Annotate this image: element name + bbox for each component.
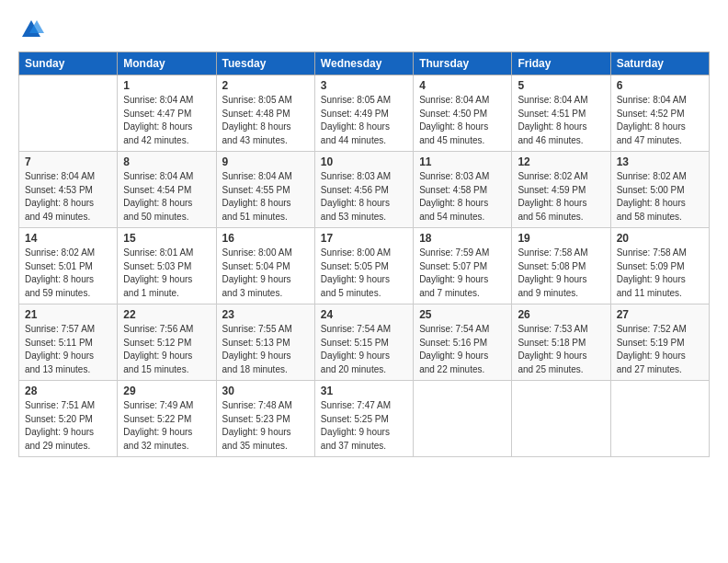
day-info: Sunrise: 7:57 AM Sunset: 5:11 PM Dayligh… — [25, 323, 111, 376]
week-row-1: 1Sunrise: 8:04 AM Sunset: 4:47 PM Daylig… — [19, 75, 710, 152]
day-info: Sunrise: 7:58 AM Sunset: 5:09 PM Dayligh… — [617, 247, 703, 300]
day-number: 12 — [518, 155, 604, 168]
day-info: Sunrise: 8:01 AM Sunset: 5:03 PM Dayligh… — [123, 247, 210, 300]
day-info: Sunrise: 8:04 AM Sunset: 4:47 PM Dayligh… — [123, 94, 210, 147]
day-number: 19 — [518, 232, 604, 245]
day-cell: 8Sunrise: 8:04 AM Sunset: 4:54 PM Daylig… — [118, 152, 216, 228]
day-cell: 23Sunrise: 7:55 AM Sunset: 5:13 PM Dayli… — [216, 304, 314, 381]
day-number: 13 — [617, 155, 703, 168]
day-cell: 3Sunrise: 8:05 AM Sunset: 4:49 PM Daylig… — [314, 75, 413, 152]
day-number: 5 — [518, 79, 604, 92]
day-cell: 26Sunrise: 7:53 AM Sunset: 5:18 PM Dayli… — [512, 304, 610, 381]
day-info: Sunrise: 8:04 AM Sunset: 4:52 PM Dayligh… — [617, 94, 703, 147]
day-number: 23 — [222, 308, 309, 321]
day-info: Sunrise: 7:52 AM Sunset: 5:19 PM Dayligh… — [617, 323, 703, 376]
day-cell: 13Sunrise: 8:02 AM Sunset: 5:00 PM Dayli… — [610, 152, 709, 228]
day-number: 27 — [617, 308, 703, 321]
day-cell: 25Sunrise: 7:54 AM Sunset: 5:16 PM Dayli… — [414, 304, 512, 381]
day-cell: 31Sunrise: 7:47 AM Sunset: 5:25 PM Dayli… — [314, 381, 413, 457]
day-number: 29 — [123, 385, 210, 397]
day-info: Sunrise: 7:56 AM Sunset: 5:12 PM Dayligh… — [123, 323, 210, 376]
day-info: Sunrise: 8:03 AM Sunset: 4:56 PM Dayligh… — [321, 170, 407, 224]
day-cell: 28Sunrise: 7:51 AM Sunset: 5:20 PM Dayli… — [19, 381, 118, 457]
day-info: Sunrise: 8:04 AM Sunset: 4:53 PM Dayligh… — [25, 170, 111, 224]
day-info: Sunrise: 7:47 AM Sunset: 5:25 PM Dayligh… — [321, 399, 407, 453]
day-number: 3 — [321, 79, 407, 92]
day-number: 26 — [518, 308, 604, 321]
day-cell: 6Sunrise: 8:04 AM Sunset: 4:52 PM Daylig… — [610, 75, 709, 152]
day-cell — [610, 381, 709, 457]
day-info: Sunrise: 7:48 AM Sunset: 5:23 PM Dayligh… — [222, 399, 309, 453]
day-number: 14 — [25, 232, 111, 245]
day-number: 21 — [25, 308, 111, 321]
day-info: Sunrise: 8:04 AM Sunset: 4:54 PM Dayligh… — [123, 170, 210, 224]
day-info: Sunrise: 7:58 AM Sunset: 5:08 PM Dayligh… — [518, 247, 604, 300]
day-number: 9 — [222, 155, 309, 168]
day-cell: 16Sunrise: 8:00 AM Sunset: 5:04 PM Dayli… — [216, 228, 314, 304]
day-number: 24 — [321, 308, 407, 321]
day-cell: 20Sunrise: 7:58 AM Sunset: 5:09 PM Dayli… — [610, 228, 709, 304]
day-cell: 4Sunrise: 8:04 AM Sunset: 4:50 PM Daylig… — [414, 75, 512, 152]
day-cell: 24Sunrise: 7:54 AM Sunset: 5:15 PM Dayli… — [314, 304, 413, 381]
day-info: Sunrise: 8:00 AM Sunset: 5:04 PM Dayligh… — [222, 247, 309, 300]
day-info: Sunrise: 7:54 AM Sunset: 5:15 PM Dayligh… — [321, 323, 407, 376]
col-header-saturday: Saturday — [610, 52, 709, 75]
day-info: Sunrise: 8:04 AM Sunset: 4:51 PM Dayligh… — [518, 94, 604, 147]
page: SundayMondayTuesdayWednesdayThursdayFrid… — [0, 0, 728, 468]
day-cell: 9Sunrise: 8:04 AM Sunset: 4:55 PM Daylig… — [216, 152, 314, 228]
day-info: Sunrise: 7:49 AM Sunset: 5:22 PM Dayligh… — [123, 399, 210, 453]
day-cell: 17Sunrise: 8:00 AM Sunset: 5:05 PM Dayli… — [314, 228, 413, 304]
col-header-wednesday: Wednesday — [314, 52, 413, 75]
day-cell: 10Sunrise: 8:03 AM Sunset: 4:56 PM Dayli… — [314, 152, 413, 228]
week-row-5: 28Sunrise: 7:51 AM Sunset: 5:20 PM Dayli… — [19, 381, 710, 457]
day-number: 30 — [222, 385, 309, 397]
day-info: Sunrise: 8:03 AM Sunset: 4:58 PM Dayligh… — [419, 170, 506, 224]
day-cell: 19Sunrise: 7:58 AM Sunset: 5:08 PM Dayli… — [512, 228, 610, 304]
day-number: 18 — [419, 232, 506, 245]
header-row: SundayMondayTuesdayWednesdayThursdayFrid… — [19, 52, 710, 75]
day-number: 25 — [419, 308, 506, 321]
day-cell: 12Sunrise: 8:02 AM Sunset: 4:59 PM Dayli… — [512, 152, 610, 228]
day-number: 2 — [222, 79, 309, 92]
calendar-table: SundayMondayTuesdayWednesdayThursdayFrid… — [18, 52, 710, 457]
day-number: 11 — [419, 155, 506, 168]
day-info: Sunrise: 7:53 AM Sunset: 5:18 PM Dayligh… — [518, 323, 604, 376]
day-info: Sunrise: 8:02 AM Sunset: 5:00 PM Dayligh… — [617, 170, 703, 224]
day-number: 16 — [222, 232, 309, 245]
day-cell: 30Sunrise: 7:48 AM Sunset: 5:23 PM Dayli… — [216, 381, 314, 457]
week-row-2: 7Sunrise: 8:04 AM Sunset: 4:53 PM Daylig… — [19, 152, 710, 228]
day-number: 20 — [617, 232, 703, 245]
day-cell: 5Sunrise: 8:04 AM Sunset: 4:51 PM Daylig… — [512, 75, 610, 152]
day-number: 7 — [25, 155, 111, 168]
day-number: 17 — [321, 232, 407, 245]
day-number: 28 — [25, 385, 111, 397]
col-header-thursday: Thursday — [414, 52, 512, 75]
day-info: Sunrise: 8:05 AM Sunset: 4:48 PM Dayligh… — [222, 94, 309, 147]
day-cell: 14Sunrise: 8:02 AM Sunset: 5:01 PM Dayli… — [19, 228, 118, 304]
day-info: Sunrise: 8:04 AM Sunset: 4:55 PM Dayligh… — [222, 170, 309, 224]
day-cell: 27Sunrise: 7:52 AM Sunset: 5:19 PM Dayli… — [610, 304, 709, 381]
day-info: Sunrise: 7:55 AM Sunset: 5:13 PM Dayligh… — [222, 323, 309, 376]
day-cell: 29Sunrise: 7:49 AM Sunset: 5:22 PM Dayli… — [118, 381, 216, 457]
day-cell: 18Sunrise: 7:59 AM Sunset: 5:07 PM Dayli… — [414, 228, 512, 304]
day-cell: 15Sunrise: 8:01 AM Sunset: 5:03 PM Dayli… — [118, 228, 216, 304]
day-cell: 22Sunrise: 7:56 AM Sunset: 5:12 PM Dayli… — [118, 304, 216, 381]
day-cell — [414, 381, 512, 457]
day-info: Sunrise: 7:51 AM Sunset: 5:20 PM Dayligh… — [25, 399, 111, 453]
day-number: 6 — [617, 79, 703, 92]
day-info: Sunrise: 7:54 AM Sunset: 5:16 PM Dayligh… — [419, 323, 506, 376]
col-header-sunday: Sunday — [19, 52, 118, 75]
day-cell: 2Sunrise: 8:05 AM Sunset: 4:48 PM Daylig… — [216, 75, 314, 152]
day-cell: 21Sunrise: 7:57 AM Sunset: 5:11 PM Dayli… — [19, 304, 118, 381]
day-info: Sunrise: 8:05 AM Sunset: 4:49 PM Dayligh… — [321, 94, 407, 147]
day-number: 22 — [123, 308, 210, 321]
day-cell: 11Sunrise: 8:03 AM Sunset: 4:58 PM Dayli… — [414, 152, 512, 228]
day-number: 1 — [123, 79, 210, 92]
logo-icon — [18, 17, 44, 42]
day-number: 10 — [321, 155, 407, 168]
day-info: Sunrise: 8:04 AM Sunset: 4:50 PM Dayligh… — [419, 94, 506, 147]
day-info: Sunrise: 8:02 AM Sunset: 4:59 PM Dayligh… — [518, 170, 604, 224]
day-number: 4 — [419, 79, 506, 92]
day-number: 31 — [321, 385, 407, 397]
day-cell: 1Sunrise: 8:04 AM Sunset: 4:47 PM Daylig… — [118, 75, 216, 152]
